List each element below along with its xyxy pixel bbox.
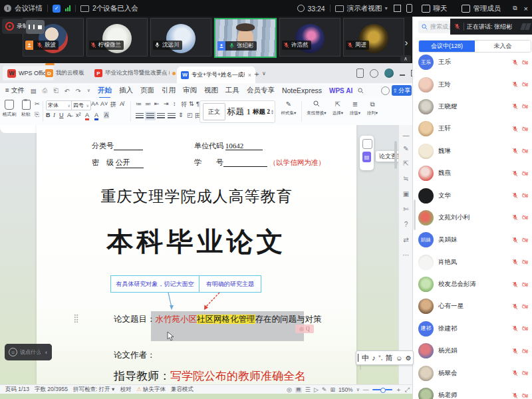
share-button[interactable]: ⇧分享	[392, 85, 412, 96]
emoji-icon[interactable]: ☺	[9, 348, 17, 356]
arrange-button[interactable]: ⧉ 排列▾	[364, 100, 380, 116]
select-button[interactable]: ⇱ 选择▾	[330, 100, 346, 116]
redo-icon[interactable]: ↷	[76, 87, 81, 94]
mic-muted-icon[interactable]	[512, 281, 518, 288]
save-icon[interactable]: ▤	[31, 87, 37, 94]
increase-font-icon[interactable]: A˄	[91, 100, 98, 107]
search-icon[interactable]	[358, 84, 364, 96]
list-scrollbar[interactable]	[414, 200, 416, 230]
quick-chat-toast[interactable]: ☺ 说点什么... ‹	[5, 344, 52, 360]
view-read-icon[interactable]: ▷	[314, 386, 319, 393]
doc-tab-1[interactable]: D 我的云模板	[41, 66, 93, 80]
tab-list-icon[interactable]: ∨	[262, 70, 266, 76]
camera-off-icon[interactable]	[522, 59, 528, 66]
doc-tab-active[interactable]: W 专业+学号+姓名—成教论文新模板 ×	[177, 66, 255, 83]
participant-row[interactable]: 魏琳	[413, 140, 532, 162]
menu-item[interactable]: 工具	[225, 86, 239, 95]
camera-off-icon[interactable]	[522, 126, 528, 132]
camera-off-icon[interactable]	[522, 281, 528, 288]
camera-off-icon[interactable]	[522, 370, 528, 376]
mic-muted-icon[interactable]	[512, 392, 518, 399]
doc-tab-2[interactable]: P 毕业论文指导暨批改要点 (2024.2	[90, 66, 180, 80]
camera-off-icon[interactable]	[522, 325, 528, 332]
video-tile[interactable]: 柠檬微兰	[86, 18, 148, 57]
cut-tool-icon[interactable]: ✄	[402, 205, 410, 213]
tool-icon[interactable]	[362, 139, 372, 149]
theme-icon[interactable]: ◎	[287, 386, 292, 393]
style-heading1[interactable]: 标题 1	[225, 106, 252, 118]
mic-muted-icon[interactable]	[512, 103, 518, 110]
gallery-scroll-icons[interactable]: ▲▼	[271, 109, 274, 114]
ime-voice-icon[interactable]: ♪	[372, 354, 376, 362]
style-set-button[interactable]: ✎ 样式集▾	[279, 100, 298, 116]
style-heading2[interactable]: 标题 2	[252, 108, 271, 116]
participant-row[interactable]: 王晓耀	[413, 96, 532, 118]
stop-icon[interactable]	[38, 25, 42, 29]
participant-row[interactable]: 魏燕	[413, 162, 532, 184]
proofread[interactable]: 校对	[120, 386, 131, 394]
participant-row[interactable]: 娟妹 吴娟妹	[413, 229, 532, 251]
menu-item[interactable]: 插入	[119, 86, 133, 95]
print-icon[interactable]: ⎙	[43, 86, 48, 94]
zoom-level[interactable]: 150%	[338, 386, 353, 393]
camera-off-icon[interactable]	[522, 170, 528, 177]
outdent-icon[interactable]: ⇤	[154, 100, 160, 107]
mic-muted-icon[interactable]	[512, 59, 518, 66]
camera-off-icon[interactable]	[522, 259, 528, 265]
camera-off-icon[interactable]	[522, 392, 528, 399]
camera-off-icon[interactable]	[522, 192, 528, 199]
bullet-list-icon[interactable]: ≔	[136, 100, 142, 107]
camera-off-icon[interactable]	[522, 303, 528, 310]
word-count[interactable]: 字数 20/3955	[35, 386, 68, 394]
number-list-icon[interactable]: ≕	[145, 100, 151, 107]
zoom-out-icon[interactable]: —	[363, 386, 369, 393]
mobile-icon[interactable]	[356, 68, 364, 78]
menu-item[interactable]: 会员专享	[247, 86, 275, 95]
menu-item[interactable]: 引用	[162, 86, 176, 95]
indent-icon[interactable]: ⇥	[164, 100, 169, 107]
mic-muted-icon[interactable]	[512, 303, 518, 310]
meeting-details[interactable]: 会议详情	[15, 4, 43, 13]
camera-off-icon[interactable]	[522, 81, 528, 88]
participant-row[interactable]: 心有一星	[413, 295, 532, 317]
highlight-color-button[interactable]: A	[85, 112, 89, 120]
view-outline-icon[interactable]: ☰	[305, 386, 311, 393]
drag-handle-icon[interactable]	[74, 314, 78, 323]
ime-emoji-icon[interactable]: ☺	[396, 354, 402, 362]
shading-icon[interactable]: ◰	[187, 112, 193, 118]
underline-button[interactable]: U	[59, 112, 64, 118]
zoom-in-icon[interactable]: ＋	[396, 386, 402, 394]
image-icon[interactable]: ▣	[402, 190, 410, 198]
view-web-icon[interactable]: ✎	[322, 386, 327, 393]
mic-muted-icon[interactable]	[512, 370, 518, 376]
participant-row[interactable]: 杨光娟	[413, 340, 532, 362]
paste-button[interactable]: 粘贴	[18, 100, 34, 118]
char-shading-button[interactable]: A	[104, 112, 109, 118]
mic-muted-icon[interactable]	[512, 192, 518, 199]
camera-off-icon[interactable]	[522, 214, 528, 221]
close-panel-icon[interactable]: ×	[524, 5, 528, 13]
participant-row[interactable]: 文苑刘小利	[413, 207, 532, 229]
menu-item[interactable]: 审阅	[183, 86, 197, 95]
compat-mode[interactable]: 兼容模式	[171, 386, 194, 394]
participant-row[interactable]: 杨老师	[413, 384, 532, 399]
doc-scrollbar[interactable]	[394, 141, 397, 169]
mic-muted-icon[interactable]	[512, 237, 518, 243]
italic-button[interactable]: I	[53, 112, 55, 118]
mic-muted-icon[interactable]	[512, 325, 518, 332]
mic-muted-icon[interactable]	[512, 148, 518, 154]
align-justify-icon[interactable]	[146, 113, 154, 119]
participant-row[interactable]: 肖艳凤	[413, 251, 532, 273]
collapse-videos-icon[interactable]: ∧	[400, 55, 411, 63]
strikethrough-icon[interactable]: A̶	[67, 112, 71, 118]
ime-lang[interactable]: 中	[362, 353, 369, 363]
select-tool-icon[interactable]: ⇱	[402, 160, 410, 167]
pause-icon[interactable]	[29, 25, 35, 29]
mic-muted-icon[interactable]	[512, 126, 518, 132]
menu-item[interactable]: 页面	[140, 86, 154, 95]
author-line[interactable]: 论文作者：	[114, 350, 156, 361]
phone-icon[interactable]	[406, 4, 412, 13]
align-left-icon[interactable]	[136, 113, 144, 119]
cut-icon[interactable]: ✂	[35, 100, 40, 107]
participant-row[interactable]: 建祁 徐建祁	[413, 318, 532, 340]
